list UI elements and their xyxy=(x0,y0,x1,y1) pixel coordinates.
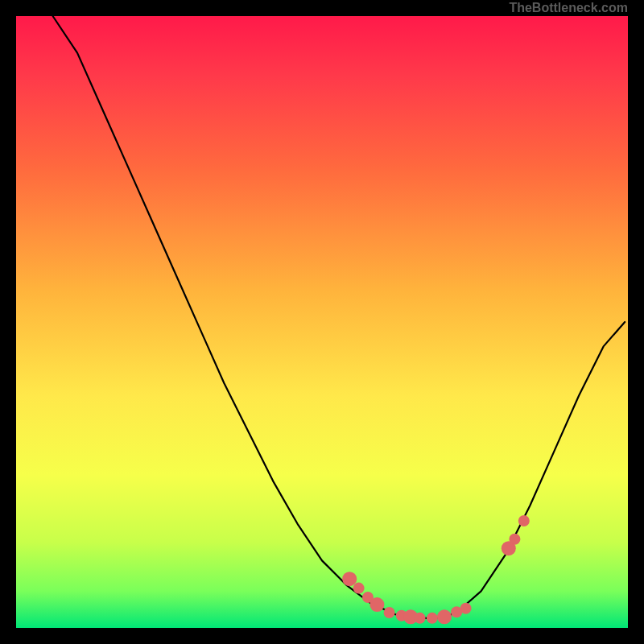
watermark-text: TheBottleneck.com xyxy=(509,2,628,14)
data-point xyxy=(437,609,452,624)
data-point xyxy=(369,597,384,612)
data-point xyxy=(509,534,520,545)
chart-frame: TheBottleneck.com xyxy=(0,0,644,644)
data-point xyxy=(427,613,438,624)
highlighted-points-group xyxy=(342,515,530,624)
data-point xyxy=(353,583,365,594)
data-point xyxy=(518,515,530,526)
data-point xyxy=(415,613,426,624)
data-point xyxy=(342,572,357,586)
data-point xyxy=(384,607,395,618)
bottleneck-curve xyxy=(53,16,625,618)
chart-plot-area xyxy=(16,16,628,628)
data-point xyxy=(460,603,472,614)
